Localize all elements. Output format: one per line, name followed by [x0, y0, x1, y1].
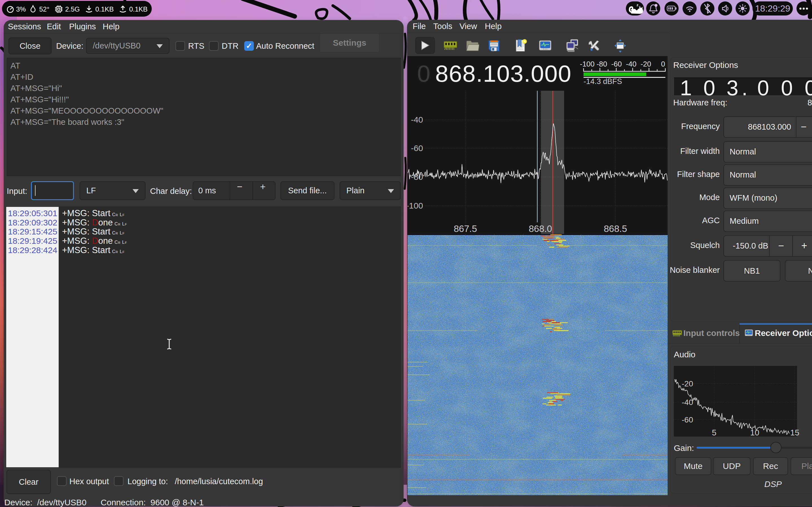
svg-text:15: 15 — [790, 428, 799, 437]
svg-text:867.5: 867.5 — [454, 223, 477, 234]
svg-text:868.0: 868.0 — [529, 223, 552, 234]
svg-text:-60: -60 — [411, 144, 423, 153]
svg-text:868.5: 868.5 — [604, 223, 627, 234]
svg-text:-100: -100 — [408, 201, 423, 210]
svg-text:-40: -40 — [411, 115, 423, 124]
svg-text:z: z — [639, 5, 641, 8]
svg-text:-20: -20 — [682, 379, 693, 388]
svg-text:-80: -80 — [411, 172, 423, 181]
svg-text:-40: -40 — [682, 398, 693, 407]
svg-text:5: 5 — [712, 428, 716, 437]
svg-text:z: z — [637, 3, 639, 7]
svg-text:10: 10 — [750, 428, 759, 437]
svg-text:-60: -60 — [682, 415, 693, 424]
